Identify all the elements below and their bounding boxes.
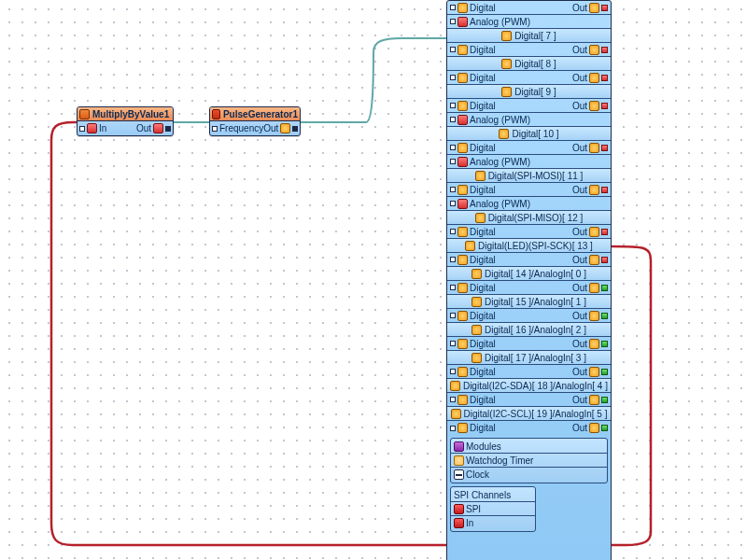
row-spi-in[interactable]: In — [451, 516, 535, 530]
io-right-label: Out — [572, 143, 587, 153]
clock-label: Clock — [466, 469, 489, 480]
in-pin[interactable] — [450, 5, 456, 10]
row-spi[interactable]: SPI — [451, 502, 535, 516]
out-pin[interactable] — [601, 257, 608, 263]
io-left-label: Analog (PWM) — [470, 157, 530, 167]
in-pin[interactable] — [450, 159, 456, 164]
in-pin[interactable] — [212, 126, 218, 132]
digital-icon — [499, 129, 509, 139]
pin-io-row[interactable]: Analog (PWM) — [447, 15, 611, 29]
out-pin[interactable] — [601, 47, 608, 53]
pin-io-row[interactable]: DigitalOut — [447, 71, 611, 85]
out-pin[interactable] — [601, 369, 608, 375]
spi-title: SPI Channels — [454, 490, 511, 500]
row-modules[interactable]: Modules — [451, 440, 607, 454]
digital-out-icon — [280, 123, 290, 133]
out-pin[interactable] — [292, 126, 298, 132]
in-pin[interactable] — [450, 257, 456, 262]
pin-io-row[interactable]: DigitalOut — [447, 141, 611, 155]
pin-header-label: Digital[ 8 ] — [514, 59, 556, 69]
in-pin[interactable] — [450, 426, 456, 431]
pin-io-row[interactable]: DigitalOut — [447, 393, 611, 407]
pin-header: Digital[ 7 ] — [447, 29, 611, 43]
out-pin[interactable] — [601, 5, 608, 11]
digital-icon — [457, 423, 468, 433]
io-left-label: Digital — [470, 45, 496, 55]
out-pin[interactable] — [601, 187, 608, 193]
pin-io-row[interactable]: Analog (PWM) — [447, 197, 611, 211]
out-pin[interactable] — [601, 103, 608, 109]
io-right-label: Out — [572, 367, 587, 377]
canvas[interactable]: MultiplyByValue1 In Out PulseGenerator1 … — [0, 0, 746, 560]
out-pin[interactable] — [165, 126, 171, 132]
digital-icon — [465, 241, 475, 251]
pin-io-row[interactable]: DigitalOut — [447, 1, 611, 15]
pin-io-row[interactable]: DigitalOut — [447, 337, 611, 351]
in-pin[interactable] — [450, 229, 456, 234]
pin-io-row[interactable]: DigitalOut — [447, 309, 611, 323]
digital-out-icon — [589, 3, 599, 13]
in-pin[interactable] — [79, 126, 85, 132]
pin-io-row[interactable]: Analog (PWM) — [447, 155, 611, 169]
io-left-label: Analog (PWM) — [470, 17, 530, 27]
in-pin[interactable] — [450, 75, 456, 80]
io-left-label: Digital — [470, 185, 496, 195]
node-multiplybyvalue1[interactable]: MultiplyByValue1 In Out — [77, 106, 174, 136]
digital-out-icon — [589, 255, 599, 265]
out-pin[interactable] — [601, 285, 608, 291]
in-pin[interactable] — [450, 117, 456, 122]
digital-out-icon — [589, 339, 599, 349]
digital-out-icon — [589, 423, 599, 433]
pin-header: Digital[ 17 ]/AnalogIn[ 3 ] — [447, 351, 611, 365]
digital-icon — [475, 171, 486, 181]
in-pin[interactable] — [450, 369, 456, 374]
pin-header-label: Digital[ 17 ]/AnalogIn[ 3 ] — [485, 353, 586, 363]
pin-io-row[interactable]: DigitalOut — [447, 43, 611, 57]
out-pin[interactable] — [601, 313, 608, 319]
in-pin[interactable] — [450, 285, 456, 290]
digital-icon — [457, 367, 468, 377]
digital-out-icon — [589, 311, 599, 321]
pin-header: Digital[ 16 ]/AnalogIn[ 2 ] — [447, 323, 611, 337]
in-pin[interactable] — [450, 201, 456, 206]
in-pin[interactable] — [450, 341, 456, 346]
node-pulsegenerator1[interactable]: PulseGenerator1 Frequency Out — [209, 106, 301, 136]
in-pin[interactable] — [450, 19, 456, 24]
out-pin[interactable] — [601, 397, 608, 403]
pin-io-row[interactable]: DigitalOut — [447, 253, 611, 267]
row-watchdog[interactable]: Watchdog Timer — [451, 454, 607, 468]
row-clock[interactable]: Clock — [451, 468, 607, 482]
in-pin[interactable] — [450, 47, 456, 52]
out-pin[interactable] — [601, 341, 608, 347]
io-left-label: Digital — [470, 395, 496, 405]
out-pin[interactable] — [601, 229, 608, 235]
in-pin[interactable] — [450, 397, 456, 402]
block-icon — [79, 109, 90, 119]
panel-spi[interactable]: SPI Channels SPI In — [450, 486, 536, 532]
pin-io-row[interactable]: DigitalOut — [447, 281, 611, 295]
in-pin[interactable] — [450, 187, 456, 192]
in-pin[interactable] — [450, 103, 456, 108]
pulse-icon — [212, 109, 220, 119]
clock-icon — [454, 469, 464, 480]
io-right-label: Out — [572, 255, 587, 265]
stack-tail — [447, 535, 611, 560]
pin-io-row[interactable]: DigitalOut — [447, 365, 611, 379]
in-pin[interactable] — [450, 145, 456, 150]
pin-header: Digital(I2C-SDA)[ 18 ]/AnalogIn[ 4 ] — [447, 379, 611, 393]
out-pin[interactable] — [601, 425, 608, 431]
pin-io-row[interactable]: DigitalOut — [447, 183, 611, 197]
io-left-label: Digital — [470, 73, 496, 83]
pin-io-row[interactable]: DigitalOut — [447, 99, 611, 113]
io-right-label: Out — [572, 395, 587, 405]
out-pin[interactable] — [601, 145, 608, 151]
pin-io-row[interactable]: DigitalOut — [447, 225, 611, 239]
panel-system[interactable]: Modules Watchdog Timer Clock — [450, 438, 608, 483]
pin-io-row[interactable]: Analog (PWM) — [447, 113, 611, 127]
pin-io-row[interactable]: DigitalOut — [447, 421, 611, 435]
wire-pulse-to-board — [299, 38, 446, 122]
out-pin[interactable] — [601, 75, 608, 81]
board-stack[interactable]: DigitalOutAnalog (PWM)Digital[ 7 ]Digita… — [446, 0, 612, 560]
in-pin[interactable] — [450, 313, 456, 318]
io-left-label: Digital — [470, 227, 496, 237]
